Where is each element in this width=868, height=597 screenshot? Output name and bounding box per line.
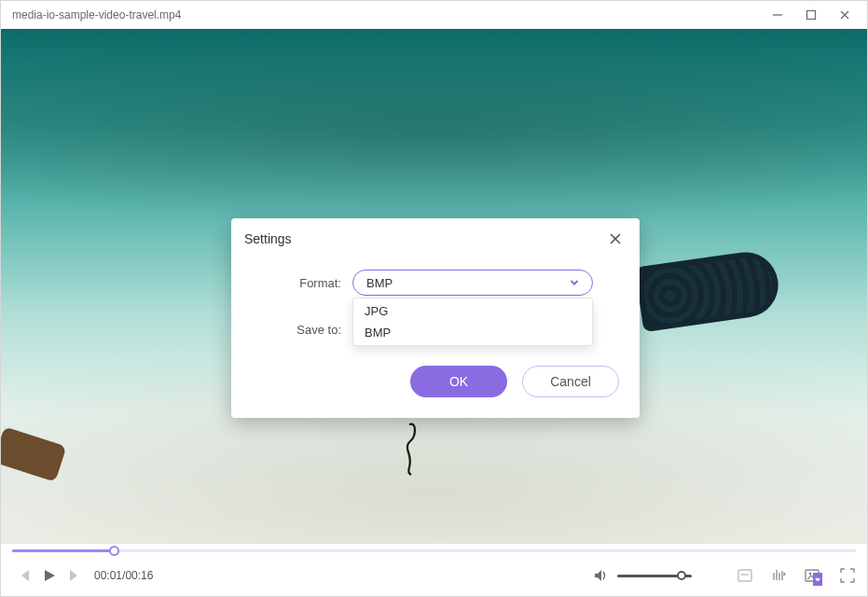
saveto-label: Save to: [231,323,352,337]
format-option-jpg[interactable]: JPG [353,298,592,322]
format-option-bmp[interactable]: BMP [353,322,592,345]
seek-thumb[interactable] [109,546,119,556]
settings-dialog: Settings Format: BMP JPG BMP [231,218,640,418]
player-controls: 00:01/00:16 [1,557,867,596]
time-total: 00:16 [125,569,153,582]
time-current: 00:01 [94,569,122,582]
svg-point-17 [809,573,812,576]
svg-rect-1 [807,11,816,20]
video-content-object [402,421,420,480]
format-select-input[interactable]: BMP [352,270,593,296]
seek-bar[interactable] [1,544,867,557]
seek-fill [12,549,113,552]
format-row: Format: BMP JPG BMP [231,259,640,306]
format-select[interactable]: BMP JPG BMP [352,270,593,296]
cancel-button[interactable]: Cancel [522,366,619,397]
video-content-object [635,248,782,332]
video-viewport[interactable]: Settings Format: BMP JPG BMP [1,29,867,544]
app-window: media-io-sample-video-travel.mp4 Setting… [0,0,868,597]
format-label: Format: [231,276,352,290]
svg-marker-7 [45,570,55,581]
video-content-object [1,426,66,482]
snapshot-button[interactable] [804,567,820,584]
svg-marker-6 [21,570,29,581]
format-selected-value: BMP [366,276,393,290]
dialog-header: Settings [231,218,640,259]
subtitle-button[interactable] [737,567,753,584]
ok-button[interactable]: OK [410,366,507,397]
svg-rect-10 [738,570,751,581]
time-display: 00:01/00:16 [94,569,153,582]
volume-slider[interactable] [617,575,692,577]
titlebar: media-io-sample-video-travel.mp4 [1,1,867,29]
audio-settings-button[interactable] [770,567,787,584]
dialog-close-button[interactable] [604,228,627,250]
prev-frame-button[interactable] [18,568,33,583]
svg-marker-9 [595,570,601,581]
close-button[interactable] [828,1,861,29]
fullscreen-button[interactable] [839,567,856,584]
maximize-button[interactable] [794,1,828,29]
format-dropdown: JPG BMP [352,298,593,346]
dialog-title: Settings [244,231,292,246]
volume-thumb[interactable] [677,571,686,580]
window-title: media-io-sample-video-travel.mp4 [12,8,761,21]
volume-button[interactable] [593,568,608,583]
svg-marker-8 [70,570,77,581]
snapshot-menu-icon[interactable] [813,573,822,586]
play-button[interactable] [42,568,57,583]
next-frame-button[interactable] [66,568,81,583]
minimize-button[interactable] [761,1,794,29]
dialog-button-row: OK Cancel [231,353,640,397]
chevron-down-icon [570,276,579,290]
seek-track[interactable] [12,549,856,552]
